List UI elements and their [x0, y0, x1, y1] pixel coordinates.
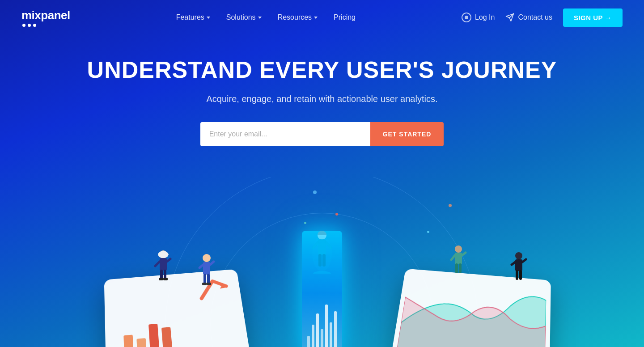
svg-rect-24	[515, 259, 522, 271]
svg-line-4	[167, 259, 170, 262]
svg-rect-18	[455, 253, 462, 264]
user-icon	[462, 13, 471, 22]
svg-rect-15	[202, 283, 207, 285]
logo-dots	[21, 24, 70, 27]
person-figure-4	[510, 251, 528, 289]
accent-dot-1	[313, 190, 317, 194]
svg-line-25	[512, 262, 515, 265]
svg-line-12	[199, 265, 203, 268]
hero-section: UNDERSTAND EVERY USER'S JOURNEY Acquire,…	[0, 35, 644, 146]
svg-rect-21	[455, 263, 458, 273]
svg-line-20	[462, 253, 466, 255]
svg-point-36	[312, 236, 332, 271]
svg-rect-28	[519, 270, 522, 280]
svg-line-26	[522, 259, 526, 262]
svg-rect-16	[207, 283, 211, 285]
chevron-down-icon	[258, 17, 262, 19]
person-figure-3	[449, 245, 467, 282]
svg-point-17	[455, 245, 462, 253]
svg-rect-27	[516, 270, 518, 280]
contact-button[interactable]: Contact us	[505, 13, 552, 22]
brand-name: mixpanel	[21, 8, 70, 22]
hero-form: GET STARTED	[0, 122, 644, 146]
nav-right: Log In Contact us SIGN UP →	[462, 8, 623, 27]
accent-dot-5	[427, 231, 429, 233]
signup-button[interactable]: SIGN UP →	[563, 8, 623, 27]
svg-rect-10	[203, 262, 210, 275]
svg-rect-2	[160, 258, 167, 271]
person-figure-center	[311, 229, 333, 275]
svg-line-3	[155, 262, 160, 266]
svg-rect-22	[459, 263, 462, 273]
logo-dot-1	[22, 24, 25, 27]
nav-item-resources[interactable]: Resources	[278, 13, 318, 21]
hero-subtitle: Acquire, engage, and retain with actiona…	[0, 94, 644, 104]
nav-item-features[interactable]: Features	[176, 13, 210, 21]
nav-item-pricing[interactable]: Pricing	[334, 13, 356, 21]
email-input[interactable]	[200, 122, 370, 146]
svg-line-11	[210, 262, 214, 265]
svg-line-19	[451, 255, 455, 260]
svg-rect-7	[159, 278, 163, 280]
svg-rect-8	[163, 278, 168, 280]
bar-chart	[123, 322, 173, 347]
send-icon	[505, 13, 514, 22]
hero-title: UNDERSTAND EVERY USER'S JOURNEY	[0, 56, 644, 83]
nav-item-solutions[interactable]: Solutions	[226, 13, 262, 21]
illustration-area	[0, 177, 644, 347]
bar-2	[136, 338, 147, 347]
logo-dot-3	[33, 24, 36, 27]
person-figure-2	[197, 254, 217, 293]
bar-4	[161, 327, 173, 347]
svg-point-9	[203, 254, 211, 262]
logo[interactable]: mixpanel	[21, 8, 70, 27]
person-figure-1	[154, 249, 172, 287]
bar-3	[148, 324, 160, 347]
nav-links: Features Solutions Resources Pricing	[176, 13, 356, 21]
bar-1	[123, 334, 134, 347]
accent-dot-4	[449, 204, 452, 207]
accent-dot-3	[304, 222, 306, 224]
accent-dot-2	[335, 213, 338, 216]
svg-point-23	[515, 252, 522, 259]
chevron-down-icon	[207, 17, 210, 19]
chevron-down-icon	[314, 17, 318, 19]
login-button[interactable]: Log In	[462, 13, 495, 22]
get-started-button[interactable]: GET STARTED	[370, 122, 444, 146]
left-card	[104, 269, 250, 347]
logo-dot-2	[28, 24, 31, 27]
navbar: mixpanel Features Solutions Resources Pr…	[0, 0, 644, 35]
